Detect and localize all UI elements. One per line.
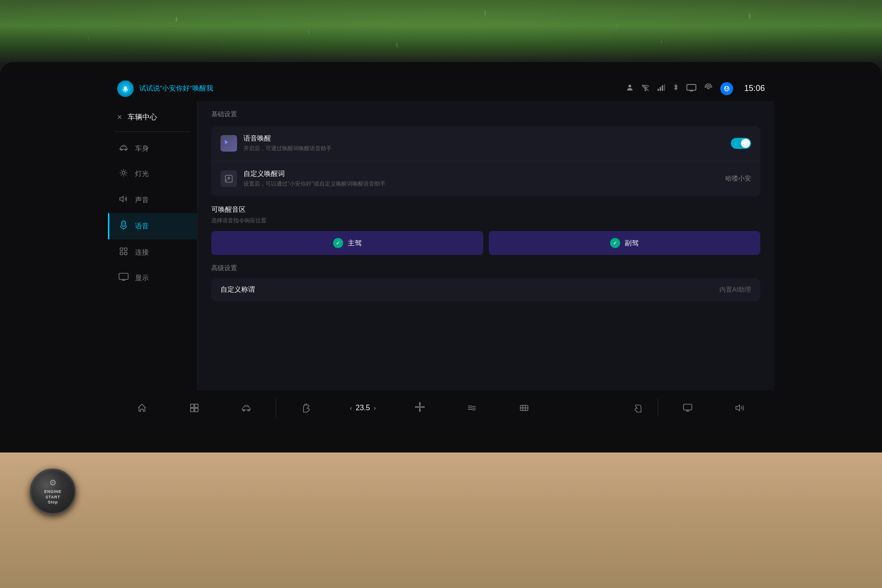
engine-start-button[interactable]: ⚙ ENGINE START Stop xyxy=(30,469,76,514)
custom-wake-desc: 设置后，可以通过"小安你好"或自定义唤醒词唤醒语音助手 xyxy=(243,180,725,188)
sidebar-item-lights[interactable]: 灯光 xyxy=(108,161,197,187)
svg-line-21 xyxy=(125,170,126,171)
engine-icon: ⚙ xyxy=(49,478,57,488)
status-icons: 15:06 xyxy=(626,82,765,95)
svg-rect-37 xyxy=(195,408,198,411)
seat-heat-button[interactable] xyxy=(499,394,549,422)
toolbar-divider-2 xyxy=(658,399,658,417)
seat-right-button[interactable] xyxy=(604,394,653,422)
left-panel xyxy=(0,76,108,425)
voice-wake-row[interactable]: 语音唤醒 开启后，可通过唤醒词唤醒语音助手 xyxy=(211,126,760,161)
engine-button-area: ⚙ ENGINE START Stop xyxy=(30,469,76,514)
voice-wake-text: 语音唤醒 开启后，可通过唤醒词唤醒语音助手 xyxy=(243,134,731,153)
display-icon xyxy=(119,273,129,283)
connect-icon xyxy=(119,247,129,258)
sound-icon xyxy=(119,194,129,206)
custom-title-label: 自定义称谓 xyxy=(220,285,719,294)
grid-button[interactable] xyxy=(169,394,219,422)
svg-point-40 xyxy=(419,406,421,408)
wake-zone-title: 可唤醒音区 xyxy=(211,205,760,214)
temp-down-arrow[interactable]: ‹ xyxy=(350,404,352,412)
fan-button[interactable] xyxy=(395,394,445,422)
passenger-check: ✓ xyxy=(610,238,620,248)
custom-wake-word-row[interactable]: 自定义唤醒词 设置后，可以通过"小安你好"或自定义唤醒词唤醒语音助手 哈喽小安 xyxy=(211,161,760,196)
wifi-off-icon xyxy=(641,84,650,94)
svg-rect-9 xyxy=(687,84,696,90)
sidebar-item-connect[interactable]: 连接 xyxy=(108,239,197,266)
engine-text: ENGINE START Stop xyxy=(44,489,62,505)
screen-icon xyxy=(686,84,696,93)
seat-heat-left-button[interactable] xyxy=(281,394,330,422)
temp-up-arrow[interactable]: › xyxy=(373,404,376,412)
auto-button[interactable] xyxy=(551,394,601,422)
screen-bezel: 试试说"小安你好"唤醒我 xyxy=(0,62,882,452)
close-button[interactable]: × xyxy=(117,113,122,122)
svg-point-39 xyxy=(248,409,250,411)
sidebar: × 车辆中心 车身 xyxy=(108,101,198,390)
signal-icon xyxy=(657,84,665,94)
svg-point-2 xyxy=(628,85,631,87)
driver-seat-button[interactable]: ✓ 主驾 xyxy=(211,231,483,255)
home-button[interactable] xyxy=(117,394,167,422)
svg-rect-26 xyxy=(124,248,127,251)
svg-rect-8 xyxy=(664,84,665,90)
sidebar-divider xyxy=(115,131,190,132)
basic-settings-card: 语音唤醒 开启后，可通过唤醒词唤醒语音助手 自定 xyxy=(211,126,760,196)
svg-point-13 xyxy=(125,149,126,150)
voice-prompt-text: 试试说"小安你好"唤醒我 xyxy=(139,84,213,93)
driver-check: ✓ xyxy=(333,238,343,248)
main-screen: 试试说"小安你好"唤醒我 xyxy=(108,76,774,425)
voice-wake-toggle[interactable] xyxy=(731,138,751,149)
passenger-seat-label: 副驾 xyxy=(625,239,639,248)
rain-effect xyxy=(0,0,882,64)
svg-rect-45 xyxy=(684,404,692,410)
wake-zone-buttons: ✓ 主驾 ✓ 副驾 xyxy=(211,231,760,255)
svg-rect-34 xyxy=(190,404,193,407)
custom-wake-text: 自定义唤醒词 设置后，可以通过"小安你好"或自定义唤醒词唤醒语音助手 xyxy=(243,170,725,188)
custom-wake-icon xyxy=(220,170,237,187)
temp-arrows: ‹ 23.5 › xyxy=(350,404,376,412)
svg-point-38 xyxy=(243,409,245,411)
temperature-value: 23.5 xyxy=(356,404,370,412)
voice-wake-title: 语音唤醒 xyxy=(243,134,731,143)
svg-line-22 xyxy=(121,175,122,175)
voice-prompt-area[interactable]: 试试说"小安你好"唤醒我 xyxy=(117,80,626,97)
volume-button[interactable] xyxy=(715,394,765,422)
sidebar-item-sound[interactable]: 声音 xyxy=(108,187,197,213)
sidebar-label-body: 车身 xyxy=(135,144,149,153)
bottom-toolbar: ‹ 23.5 › xyxy=(108,390,774,425)
sidebar-label-connect: 连接 xyxy=(135,248,149,257)
lights-icon xyxy=(119,168,129,180)
sidebar-header: × 车辆中心 xyxy=(108,108,197,131)
svg-rect-23 xyxy=(122,221,125,227)
airflow-button[interactable] xyxy=(447,394,497,422)
content-area: × 车辆中心 车身 xyxy=(108,101,774,390)
screen-button[interactable] xyxy=(663,394,712,422)
svg-rect-36 xyxy=(190,408,193,411)
svg-point-14 xyxy=(122,171,125,175)
voice-wake-icon xyxy=(220,135,237,152)
svg-point-11 xyxy=(707,86,710,89)
bluetooth-icon xyxy=(673,84,679,94)
sidebar-item-body[interactable]: 车身 xyxy=(108,136,197,161)
background-photo xyxy=(0,0,882,64)
passenger-seat-button[interactable]: ✓ 副驾 xyxy=(489,231,761,255)
voice-wake-desc: 开启后，可通过唤醒词唤醒语音助手 xyxy=(243,145,731,153)
dashboard-frame: 试试说"小安你好"唤醒我 xyxy=(0,62,882,588)
sidebar-label-sound: 声音 xyxy=(135,196,149,204)
person-icon xyxy=(626,84,634,94)
sidebar-label-display: 显示 xyxy=(135,274,149,283)
custom-wake-value: 哈喽小安 xyxy=(725,175,751,183)
sidebar-label-lights: 灯光 xyxy=(135,170,149,178)
wake-zone-desc: 选择语音指令响应位置 xyxy=(211,217,760,225)
svg-point-12 xyxy=(120,149,122,150)
sidebar-item-voice[interactable]: 语音 xyxy=(108,213,197,239)
sidebar-item-display[interactable]: 显示 xyxy=(108,266,197,291)
custom-title-row[interactable]: 自定义称谓 内置AI助理 xyxy=(211,278,760,301)
custom-wake-title: 自定义唤醒词 xyxy=(243,170,725,178)
svg-point-3 xyxy=(645,90,646,90)
svg-line-19 xyxy=(121,170,122,171)
sidebar-label-voice: 语音 xyxy=(135,222,149,231)
car-toolbar-button[interactable] xyxy=(221,394,271,422)
svg-rect-25 xyxy=(120,248,123,251)
